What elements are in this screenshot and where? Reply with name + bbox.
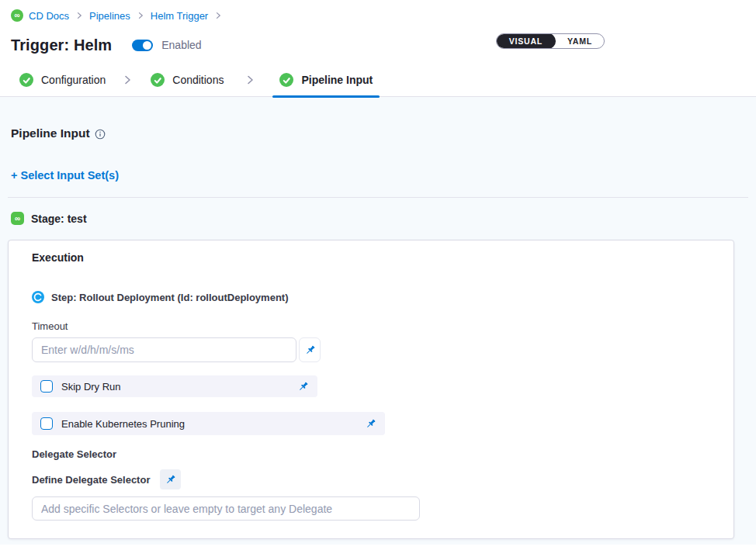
enabled-toggle-label: Enabled: [161, 39, 201, 51]
enable-kubernetes-pruning-row: Enable Kubernetes Pruning: [32, 412, 385, 435]
harness-cd-icon: ∞: [11, 9, 23, 22]
delegate-selector-input[interactable]: [32, 496, 420, 521]
visual-mode-button[interactable]: VISUAL: [496, 33, 556, 49]
tab-pipeline-input[interactable]: Pipeline Input: [279, 63, 373, 97]
breadcrumb: ∞ CD Docs Pipelines Helm Trigger: [11, 9, 745, 22]
divider: [8, 197, 748, 198]
execution-card-title: Execution: [32, 251, 710, 264]
checkbox-label: Enable Kubernetes Pruning: [61, 418, 185, 430]
wizard-tabbar: Configuration Conditions Pipeline Input: [0, 63, 756, 97]
pin-icon[interactable]: [365, 418, 376, 430]
breadcrumb-link-helm-trigger[interactable]: Helm Trigger: [151, 10, 208, 22]
checkbox-label: Skip Dry Run: [61, 381, 121, 393]
chevron-right-icon: [244, 74, 256, 86]
skip-dry-run-row: Skip Dry Run: [32, 375, 317, 397]
section-title: Pipeline Input: [11, 126, 90, 140]
breadcrumb-link-pipelines[interactable]: Pipelines: [89, 10, 130, 22]
chevron-right-icon: [136, 11, 145, 20]
check-circle-icon: [279, 73, 293, 87]
cd-stage-icon: ∞: [11, 212, 24, 225]
rollout-step-icon: [32, 291, 44, 303]
tab-configuration[interactable]: Configuration: [19, 63, 106, 97]
page-title: Trigger: Helm: [11, 36, 112, 54]
check-circle-icon: [19, 73, 33, 87]
yaml-mode-button[interactable]: YAML: [556, 34, 604, 48]
step-label: Step: Rollout Deployment (Id: rolloutDep…: [51, 292, 289, 303]
execution-card: Execution Step: Rollout Deployment (Id: …: [8, 240, 734, 539]
define-delegate-selector-label: Define Delegate Selector: [32, 474, 150, 486]
select-input-sets-button[interactable]: + Select Input Set(s): [11, 169, 119, 182]
tab-label: Configuration: [41, 74, 106, 86]
breadcrumb-link-cd-docs[interactable]: CD Docs: [29, 10, 69, 22]
check-circle-icon: [151, 73, 165, 87]
skip-dry-run-checkbox[interactable]: [40, 380, 53, 393]
tab-label: Pipeline Input: [301, 74, 373, 86]
tab-label: Conditions: [172, 74, 224, 86]
stage-label: Stage: test: [31, 213, 87, 225]
info-icon[interactable]: [95, 129, 106, 140]
delegate-selector-label: Delegate Selector: [32, 448, 710, 460]
timeout-label: Timeout: [32, 320, 710, 332]
tab-conditions[interactable]: Conditions: [151, 63, 224, 97]
chevron-right-icon: [213, 11, 223, 20]
chevron-right-icon: [121, 74, 134, 86]
pin-icon[interactable]: [160, 469, 181, 489]
visual-yaml-toggle: VISUAL YAML: [496, 33, 605, 49]
timeout-input[interactable]: [32, 337, 297, 362]
pipeline-input-panel: Pipeline Input + Select Input Set(s) ∞ S…: [0, 97, 756, 545]
chevron-right-icon: [75, 11, 84, 20]
pin-icon[interactable]: [297, 381, 309, 393]
page-header: ∞ CD Docs Pipelines Helm Trigger Trigger…: [0, 0, 756, 63]
enable-kubernetes-pruning-checkbox[interactable]: [40, 417, 53, 430]
pin-icon[interactable]: [299, 337, 321, 362]
enabled-toggle[interactable]: [132, 40, 153, 51]
